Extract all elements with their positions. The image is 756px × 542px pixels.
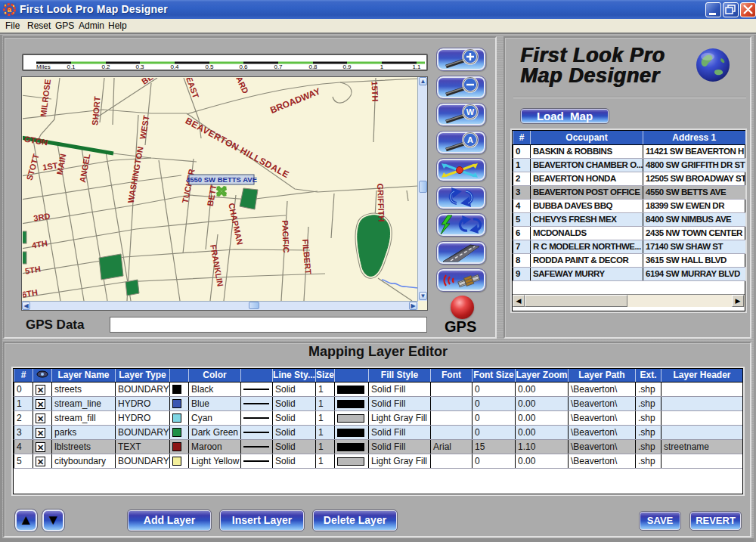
svg-text:0.7: 0.7 [274,63,283,70]
svg-text:1.1: 1.1 [412,63,421,70]
svg-text:Miles: Miles [36,63,51,70]
svg-text:W: W [466,107,475,116]
svg-text:0.3: 0.3 [135,63,144,70]
svg-text:0.8: 0.8 [308,63,318,70]
svg-text:0.1: 0.1 [67,63,76,70]
svg-text:PACIFIC: PACIFIC [280,220,291,253]
svg-text:0.6: 0.6 [239,63,248,70]
svg-text:0.2: 0.2 [101,63,110,70]
svg-text:0.9: 0.9 [342,63,352,70]
svg-text:0.5: 0.5 [205,63,214,70]
svg-text:15TH: 15TH [370,81,380,101]
svg-text:0.4: 0.4 [170,63,179,70]
svg-text:1: 1 [380,63,384,70]
svg-text:A: A [467,135,473,144]
svg-text:4550 SW BETTS AVE: 4550 SW BETTS AVE [186,175,257,184]
svg-text:GRIFFITH: GRIFFITH [376,183,386,221]
